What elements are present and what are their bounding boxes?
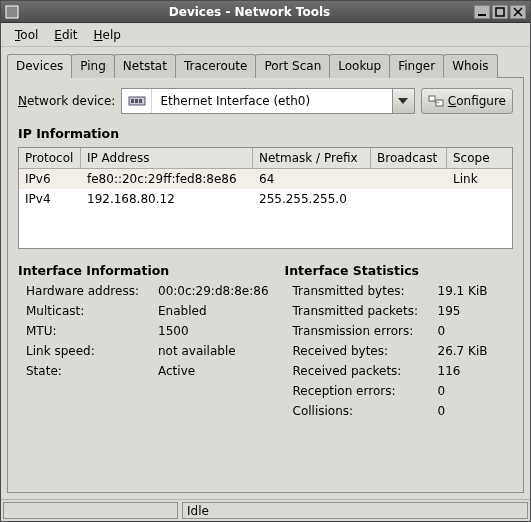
tab-finger[interactable]: Finger	[389, 54, 444, 78]
ip-info-heading: IP Information	[18, 126, 513, 141]
rxp-label: Received packets:	[293, 364, 438, 378]
col-ip[interactable]: IP Address	[81, 148, 253, 168]
status-cell-left	[3, 502, 178, 519]
info-columns: Interface Information Hardware address: …	[18, 263, 513, 418]
svg-rect-2	[496, 8, 504, 16]
cell: IPv6	[19, 169, 81, 189]
status-cell-text: Idle	[182, 502, 528, 519]
device-combo[interactable]: Ethernet Interface (eth0)	[121, 88, 414, 114]
state-label: State:	[26, 364, 158, 378]
device-label: Network device:	[18, 94, 115, 108]
configure-button[interactable]: Configure	[421, 88, 513, 114]
iface-info-heading: Interface Information	[18, 263, 269, 278]
svg-rect-11	[436, 100, 443, 106]
table-row[interactable]: IPv6 fe80::20c:29ff:fed8:8e86 64 Link	[19, 169, 512, 189]
mtu-label: MTU:	[26, 324, 158, 338]
col-protocol[interactable]: Protocol	[19, 148, 81, 168]
rxe-value: 0	[438, 384, 513, 398]
rxe-label: Reception errors:	[293, 384, 438, 398]
rxb-label: Received bytes:	[293, 344, 438, 358]
col-broadcast[interactable]: Broadcast	[371, 148, 447, 168]
txe-label: Transmission errors:	[293, 324, 438, 338]
svg-rect-8	[139, 99, 142, 103]
menu-help[interactable]: Help	[86, 26, 129, 44]
ip-table: Protocol IP Address Netmask / Prefix Bro…	[18, 147, 513, 249]
col-value: 0	[438, 404, 513, 418]
cell: fe80::20c:29ff:fed8:8e86	[81, 169, 253, 189]
txb-value: 19.1 KiB	[438, 284, 513, 298]
col-netmask[interactable]: Netmask / Prefix	[253, 148, 371, 168]
content: Devices Ping Netstat Traceroute Port Sca…	[1, 47, 530, 499]
menubar: Tool Edit Help	[1, 23, 530, 47]
hw-addr-label: Hardware address:	[26, 284, 158, 298]
statusbar: Idle	[1, 499, 530, 521]
menu-tool[interactable]: Tool	[7, 26, 46, 44]
configure-label: Configure	[448, 94, 506, 108]
col-label: Collisions:	[293, 404, 438, 418]
table-row[interactable]: IPv4 192.168.80.12 255.255.255.0	[19, 189, 512, 209]
multicast-label: Multicast:	[26, 304, 158, 318]
maximize-button[interactable]	[492, 5, 508, 19]
cell	[371, 169, 447, 189]
ethernet-icon	[122, 89, 152, 113]
tab-portscan[interactable]: Port Scan	[255, 54, 330, 78]
tab-traceroute[interactable]: Traceroute	[175, 54, 257, 78]
tab-whois[interactable]: Whois	[443, 54, 497, 78]
iface-stats-heading: Interface Statistics	[285, 263, 513, 278]
tab-bar: Devices Ping Netstat Traceroute Port Sca…	[7, 54, 524, 78]
txb-label: Transmitted bytes:	[293, 284, 438, 298]
device-selected: Ethernet Interface (eth0)	[152, 94, 391, 108]
cell	[371, 189, 447, 209]
minimize-button[interactable]	[474, 5, 490, 19]
txe-value: 0	[438, 324, 513, 338]
tab-ping[interactable]: Ping	[71, 54, 115, 78]
cell: IPv4	[19, 189, 81, 209]
hw-addr-value: 00:0c:29:d8:8e:86	[158, 284, 269, 298]
tab-netstat[interactable]: Netstat	[114, 54, 176, 78]
configure-icon	[428, 94, 444, 108]
txp-value: 195	[438, 304, 513, 318]
tab-devices[interactable]: Devices	[7, 54, 72, 78]
multicast-value: Enabled	[158, 304, 269, 318]
window: Devices - Network Tools Tool Edit Help D…	[0, 0, 531, 522]
cell: 192.168.80.12	[81, 189, 253, 209]
rxb-value: 26.7 KiB	[438, 344, 513, 358]
state-value: Active	[158, 364, 269, 378]
tab-panel: Network device: Ethernet Interface (eth0…	[7, 77, 524, 493]
svg-rect-10	[429, 96, 435, 101]
cell: 64	[253, 169, 371, 189]
svg-rect-0	[6, 6, 18, 18]
svg-rect-7	[135, 99, 138, 103]
menu-edit[interactable]: Edit	[46, 26, 85, 44]
window-title: Devices - Network Tools	[25, 5, 474, 19]
mtu-value: 1500	[158, 324, 269, 338]
col-scope[interactable]: Scope	[447, 148, 512, 168]
txp-label: Transmitted packets:	[293, 304, 438, 318]
link-value: not available	[158, 344, 269, 358]
app-icon	[5, 5, 19, 19]
link-label: Link speed:	[26, 344, 158, 358]
tab-lookup[interactable]: Lookup	[329, 54, 390, 78]
close-button[interactable]	[510, 5, 526, 19]
rxp-value: 116	[438, 364, 513, 378]
svg-rect-6	[131, 99, 134, 103]
cell: 255.255.255.0	[253, 189, 371, 209]
cell: Link	[447, 169, 512, 189]
cell	[447, 189, 512, 209]
chevron-down-icon[interactable]	[392, 89, 414, 113]
device-row: Network device: Ethernet Interface (eth0…	[18, 88, 513, 114]
titlebar: Devices - Network Tools	[1, 1, 530, 23]
svg-marker-9	[398, 98, 408, 104]
